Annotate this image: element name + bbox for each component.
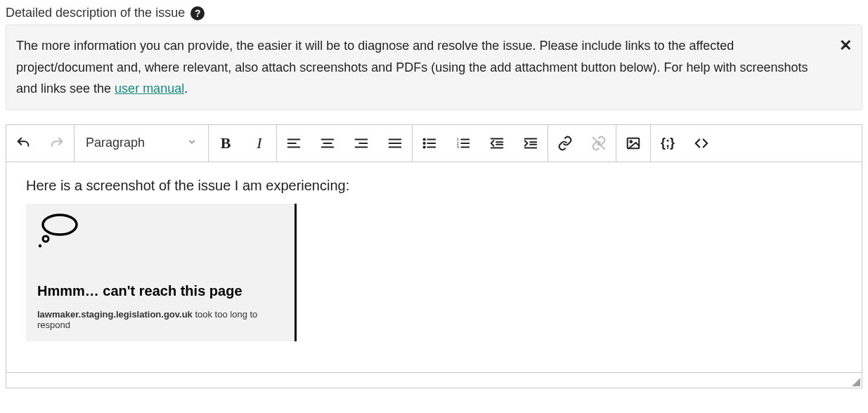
insert-image-group [616,125,651,162]
history-group [6,125,75,162]
svg-point-16 [424,146,425,148]
help-icon[interactable]: ? [190,6,205,20]
field-label-text: Detailed description of the issue [6,6,185,20]
thought-bubble-icon [37,212,282,255]
svg-text:3: 3 [457,145,459,149]
outdent-button[interactable] [480,125,514,162]
svg-point-34 [630,140,632,143]
link-group [548,125,616,162]
align-justify-button[interactable] [378,125,412,162]
unlink-button[interactable] [582,125,616,162]
svg-point-36 [43,236,48,242]
svg-point-14 [424,143,425,144]
block-format-select[interactable]: Paragraph [75,125,208,162]
block-format-group: Paragraph [75,125,209,162]
close-icon[interactable]: ✕ [839,32,852,58]
rich-text-editor: Paragraph B I [6,124,862,388]
alignment-group [277,125,413,162]
block-format-value: Paragraph [86,136,145,150]
code-group: {;} [651,125,718,162]
resize-handle[interactable] [850,376,860,386]
italic-button[interactable]: I [242,125,276,162]
info-panel: ✕ The more information you can provide, … [6,25,862,110]
link-button[interactable] [548,125,582,162]
redo-button[interactable] [40,125,74,162]
svg-point-35 [43,215,77,235]
indent-button[interactable] [514,125,548,162]
error-subtext: lawmaker.staging.legislation.gov.uk took… [37,309,282,330]
error-heading: Hmmm… can't reach this page [37,283,282,299]
chevron-down-icon [187,136,197,150]
user-manual-link[interactable]: user manual [115,81,184,96]
editor-status-bar [6,373,862,388]
align-center-button[interactable] [311,125,344,162]
bold-button[interactable]: B [209,125,242,162]
numbered-list-button[interactable]: 123 [446,125,480,162]
error-host: lawmaker.staging.legislation.gov.uk [37,309,193,320]
content-paragraph: Here is a screenshot of the issue I am e… [26,178,842,194]
embedded-image[interactable]: Hmmm… can't reach this page lawmaker.sta… [26,204,297,341]
bullet-list-button[interactable] [413,125,446,162]
insert-image-button[interactable] [616,125,650,162]
field-label-row: Detailed description of the issue ? [6,6,862,20]
list-group: 123 [413,125,548,162]
embedded-image-content: Hmmm… can't reach this page lawmaker.sta… [26,204,293,341]
code-block-button[interactable]: {;} [651,125,685,162]
editor-toolbar: Paragraph B I [6,124,862,162]
text-style-group: B I [209,125,277,162]
svg-point-37 [39,244,41,247]
align-left-button[interactable] [277,125,311,162]
align-right-button[interactable] [344,125,378,162]
info-text-2: . [184,81,188,96]
source-code-button[interactable] [685,125,718,162]
svg-point-12 [424,138,425,140]
editor-content-area[interactable]: Here is a screenshot of the issue I am e… [6,162,862,373]
undo-button[interactable] [6,125,40,162]
